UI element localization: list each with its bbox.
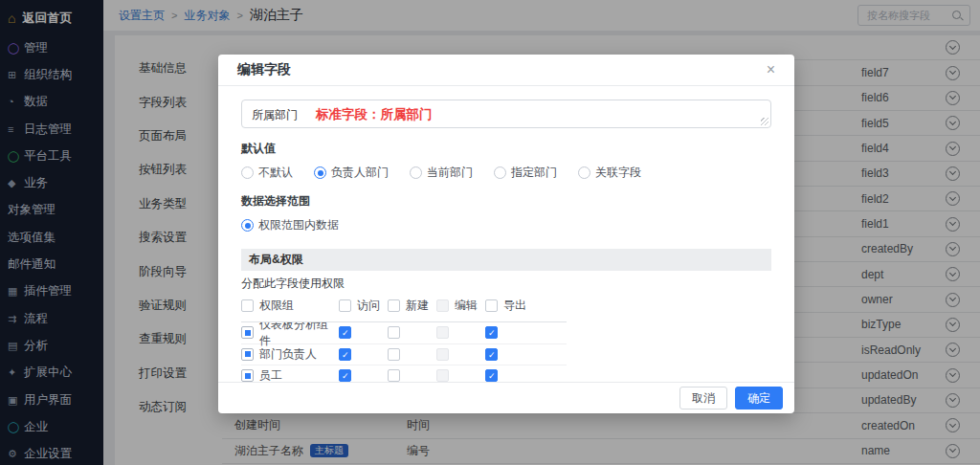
close-icon[interactable]: × — [767, 62, 775, 78]
export-checkbox[interactable] — [485, 369, 498, 382]
header-checkbox[interactable] — [436, 299, 449, 312]
permission-row: 仪表板分析组件 — [241, 322, 567, 344]
create-cell — [388, 326, 436, 339]
permission-column-label: 权限组 — [259, 298, 294, 314]
modal-header: 编辑字段 × — [218, 55, 794, 86]
default-value-label: 默认值 — [241, 141, 771, 157]
radio-option-label: 当前部门 — [427, 165, 473, 181]
data-scope-label: 数据选择范围 — [241, 193, 771, 210]
radio-option[interactable]: 负责人部门 — [314, 165, 389, 181]
permission-row: 员工 — [241, 365, 567, 382]
modal-body: 所属部门 标准字段：所属部门 默认值 不默认 负责人部门 当前部门 — [218, 86, 794, 382]
edit-cell — [436, 348, 485, 361]
permission-header-cell: 导出 — [485, 298, 534, 314]
permission-column-label: 访问 — [357, 298, 380, 314]
radio-icon — [314, 166, 326, 179]
create-cell — [388, 348, 436, 361]
permission-assign-title: 分配此字段使用权限 — [241, 276, 771, 292]
modal-title: 编辑字段 — [237, 61, 291, 78]
permission-group-name: 员工 — [259, 367, 282, 382]
radio-option-label: 指定部门 — [511, 165, 557, 181]
permission-group-cell: 员工 — [241, 367, 339, 382]
radio-icon — [494, 166, 506, 179]
radio-option[interactable]: 当前部门 — [410, 165, 473, 181]
radio-option-label: 负责人部门 — [331, 165, 389, 181]
permission-column-label: 编辑 — [455, 298, 478, 314]
create-checkbox[interactable] — [388, 326, 400, 339]
radio-option-label: 不默认 — [258, 165, 293, 181]
radio-icon — [241, 219, 254, 232]
edit-field-modal: 编辑字段 × 所属部门 标准字段：所属部门 默认值 不默认 负责人部门 当前部门 — [218, 55, 794, 413]
export-cell — [485, 348, 534, 361]
edit-cell — [436, 326, 485, 339]
edit-checkbox[interactable] — [436, 326, 449, 339]
radio-option[interactable]: 指定部门 — [494, 165, 557, 181]
access-checkbox[interactable] — [339, 348, 351, 361]
export-cell — [485, 326, 534, 339]
radio-icon — [410, 166, 422, 179]
modal-footer: 取消 确定 — [218, 382, 794, 413]
permission-header-cell: 权限组 — [241, 298, 339, 314]
radio-icon — [578, 166, 590, 179]
permission-header-cell: 编辑 — [436, 298, 485, 314]
header-checkbox[interactable] — [388, 299, 400, 312]
create-cell — [388, 369, 436, 382]
annotation-text: 标准字段：所属部门 — [316, 106, 433, 123]
edit-checkbox[interactable] — [436, 369, 449, 382]
app-window: ⌂ 返回首页 ◯ 管理 ⊞ 组织结构 ◔ 数据 ≡ 日志管理 — [0, 0, 980, 465]
radio-option-label: 关联字段 — [595, 165, 641, 181]
radio-option[interactable]: 权限范围内数据 — [241, 217, 339, 233]
access-cell — [339, 326, 388, 339]
permission-column-label: 导出 — [503, 298, 526, 314]
permission-header-cell: 访问 — [339, 298, 388, 314]
cancel-button[interactable]: 取消 — [679, 387, 727, 410]
edit-cell — [436, 369, 485, 382]
access-cell — [339, 369, 388, 382]
data-scope-options: 权限范围内数据 — [241, 217, 771, 233]
permission-group-cell: 仪表板分析组件 — [241, 322, 339, 349]
header-checkbox[interactable] — [485, 299, 498, 312]
row-select-checkbox[interactable] — [241, 369, 254, 382]
radio-icon — [241, 166, 254, 179]
permission-group-name: 部门负责人 — [259, 346, 317, 363]
export-cell — [485, 369, 534, 382]
permission-table-header: 权限组 访问 新建 编辑 导出 — [241, 298, 567, 322]
radio-option-label: 权限范围内数据 — [258, 217, 339, 233]
permission-group-name: 仪表板分析组件 — [259, 322, 339, 349]
create-checkbox[interactable] — [388, 348, 400, 361]
access-cell — [339, 348, 388, 361]
permission-header-cell: 新建 — [388, 298, 436, 314]
header-checkbox[interactable] — [339, 299, 351, 312]
permission-row: 部门负责人 — [241, 344, 567, 366]
row-select-checkbox[interactable] — [241, 348, 254, 361]
create-checkbox[interactable] — [388, 369, 400, 382]
export-checkbox[interactable] — [485, 348, 498, 361]
radio-option[interactable]: 不默认 — [241, 165, 293, 181]
edit-checkbox[interactable] — [436, 348, 449, 361]
confirm-button[interactable]: 确定 — [735, 387, 783, 410]
radio-option[interactable]: 关联字段 — [578, 165, 641, 181]
header-checkbox[interactable] — [241, 299, 254, 312]
access-checkbox[interactable] — [339, 369, 351, 382]
default-value-options: 不默认 负责人部门 当前部门 指定部门 关联字段 — [241, 165, 771, 181]
permission-column-label: 新建 — [406, 298, 429, 314]
access-checkbox[interactable] — [339, 326, 351, 339]
row-select-checkbox[interactable] — [241, 326, 254, 339]
permission-table-body: 仪表板分析组件 — [241, 322, 567, 382]
export-checkbox[interactable] — [485, 326, 498, 339]
permission-group-cell: 部门负责人 — [241, 346, 339, 363]
layout-permission-section-header: 布局&权限 — [241, 249, 771, 271]
